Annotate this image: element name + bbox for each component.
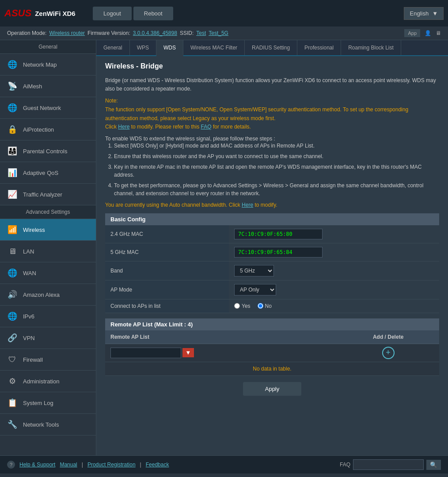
guest-network-icon: 🌐: [6, 102, 19, 114]
tab-roaming-block-list[interactable]: Roaming Block List: [341, 40, 401, 55]
connect-yes-radio[interactable]: [234, 303, 240, 309]
feedback-link[interactable]: Feedback: [146, 462, 169, 468]
sidebar-item-vpn[interactable]: 🔗 VPN: [0, 327, 96, 349]
remote-ap-add-cell: +: [337, 344, 439, 362]
remote-ap-header-row: Remote AP List Add / Delete: [105, 330, 439, 344]
mac-24-input[interactable]: [234, 229, 323, 239]
sidebar-item-label: Traffic Analyzer: [23, 191, 62, 198]
tab-professional[interactable]: Professional: [297, 40, 341, 55]
sidebar-item-aimesh[interactable]: 📡 AiMesh: [0, 76, 96, 97]
sidebar-item-system-log[interactable]: 📋 System Log: [0, 392, 96, 414]
note-link-prefix: Click: [105, 124, 118, 130]
manual-link[interactable]: Manual: [60, 462, 77, 468]
remote-ap-col2: Add / Delete: [337, 330, 439, 344]
ap-mode-select[interactable]: AP Only WDS Only Hybrid: [234, 284, 276, 295]
remote-ap-dropdown-button[interactable]: ▼: [182, 348, 194, 357]
sidebar-item-label: Amazon Alexa: [23, 292, 60, 298]
tab-wireless-mac-filter[interactable]: Wireless MAC Filter: [183, 40, 245, 55]
sidebar-item-label: IPv6: [23, 313, 34, 320]
mac-5-input[interactable]: [234, 247, 323, 257]
remote-ap-no-data-row: No data in table.: [105, 362, 439, 375]
note-label: Note:: [105, 98, 439, 104]
firmware-label: Firmware Version:: [87, 30, 130, 36]
sidebar-item-wan[interactable]: 🌐 WAN: [0, 262, 96, 284]
tab-radius-setting[interactable]: RADIUS Setting: [245, 40, 297, 55]
note-here-link[interactable]: Here: [118, 124, 129, 130]
user-icon[interactable]: 👤: [425, 30, 431, 36]
steps-intro-text: To enable WDS to extend the wireless sig…: [105, 136, 439, 142]
wireless-icon: 📶: [6, 223, 19, 236]
remote-ap-add-button[interactable]: +: [382, 347, 395, 359]
firewall-icon: 🛡: [6, 353, 19, 366]
sidebar-item-adaptive-qos[interactable]: 📊 Adaptive QoS: [0, 162, 96, 184]
aimesh-icon: 📡: [6, 80, 19, 92]
sidebar-item-ipv6[interactable]: 🌐 IPv6: [0, 306, 96, 327]
connect-no-label[interactable]: No: [258, 303, 272, 309]
remote-ap-table-body: ▼ + No data in table.: [105, 344, 439, 375]
auto-channel-here-link[interactable]: Here: [242, 202, 253, 208]
tab-wps[interactable]: WPS: [130, 40, 156, 55]
band-select[interactable]: 2.4 GHz 5 GHz: [234, 265, 274, 276]
content-area: Wireless - Bridge Bridge (or named WDS -…: [96, 56, 448, 404]
step-4: To get the best performance, please go t…: [114, 182, 439, 197]
reboot-button[interactable]: Reboot: [133, 7, 173, 20]
monitor-icon[interactable]: 🖥: [436, 30, 441, 36]
operation-mode-link[interactable]: Wireless router: [49, 30, 85, 36]
remote-ap-input[interactable]: [110, 348, 181, 358]
help-support-link[interactable]: Help & Support: [19, 462, 55, 468]
sidebar-item-firewall[interactable]: 🛡 Firewall: [0, 349, 96, 371]
connect-aps-value-cell: Yes No: [229, 299, 439, 313]
connect-no-text: No: [265, 303, 272, 309]
product-registration-link[interactable]: Product Registration: [87, 462, 136, 468]
sidebar-item-wireless[interactable]: 📶 Wireless: [0, 219, 96, 241]
firmware-link[interactable]: 3.0.0.4.386_45898: [133, 30, 177, 36]
note-faq-suffix: for more details.: [212, 124, 251, 130]
sidebar-advanced-title: Advanced Settings: [0, 205, 96, 219]
band-label: Band: [105, 261, 229, 280]
step-2: Ensure that this wireless router and the…: [114, 152, 439, 160]
apply-row: Apply: [105, 376, 439, 398]
sidebar-item-label: Administration: [23, 378, 59, 385]
connect-no-radio[interactable]: [258, 303, 263, 309]
sidebar-item-label: Network Tools: [23, 421, 59, 428]
tab-general[interactable]: General: [96, 40, 130, 55]
tab-wds[interactable]: WDS: [156, 40, 183, 56]
sidebar-item-guest-network[interactable]: 🌐 Guest Network: [0, 97, 96, 119]
sidebar-item-lan[interactable]: 🖥 LAN: [0, 241, 96, 262]
header: ASUS ZenWiFi XD6 Logout Reboot English ▼: [0, 0, 448, 26]
vpn-icon: 🔗: [6, 332, 19, 344]
app-button[interactable]: App: [404, 29, 420, 37]
tabs-bar: General WPS WDS Wireless MAC Filter RADI…: [96, 40, 448, 56]
remote-ap-header: Remote AP List (Max Limit : 4): [105, 318, 439, 330]
sidebar-item-traffic-analyzer[interactable]: 📈 Traffic Analyzer: [0, 184, 96, 205]
basic-config-header: Basic Config: [105, 213, 439, 225]
faq-search-button[interactable]: 🔍: [426, 460, 441, 470]
faq-label: FAQ: [340, 462, 350, 468]
sidebar-general-title: General: [0, 40, 96, 54]
sidebar-item-network-tools[interactable]: 🔧 Network Tools: [0, 414, 96, 435]
apply-button[interactable]: Apply: [243, 382, 302, 396]
sidebar-item-label: VPN: [23, 335, 35, 341]
sidebar-item-administration[interactable]: ⚙ Administration: [0, 371, 96, 392]
faq-link[interactable]: FAQ: [201, 124, 212, 130]
ssid-1-link[interactable]: Test: [196, 30, 206, 36]
mac-24-row: 2.4 GHz MAC: [105, 225, 439, 243]
connect-yes-label[interactable]: Yes: [234, 303, 251, 309]
connect-aps-row: Connect to APs in list Yes No: [105, 299, 439, 313]
sidebar-item-network-map[interactable]: 🌐 Network Map: [0, 54, 96, 76]
logout-button[interactable]: Logout: [93, 7, 132, 20]
operation-mode-label: Operation Mode:: [7, 30, 46, 36]
steps-intro: To enable WDS to extend the wireless sig…: [105, 136, 439, 197]
footer-separator-1: |: [82, 462, 83, 468]
faq-search-input[interactable]: [353, 459, 424, 470]
sidebar-item-label: AiMesh: [23, 83, 42, 90]
sidebar-item-aiprotection[interactable]: 🔒 AiProtection: [0, 119, 96, 140]
sidebar-item-amazon-alexa[interactable]: 🔊 Amazon Alexa: [0, 284, 96, 306]
language-selector[interactable]: English ▼: [404, 7, 444, 20]
sidebar-item-label: AiProtection: [23, 126, 54, 133]
system-log-icon: 📋: [6, 397, 19, 409]
auto-channel-text: You are currently using the Auto channel…: [105, 202, 240, 208]
note-faq-prefix: to modify. Please refer to this: [129, 124, 201, 130]
sidebar-item-parental-controls[interactable]: 👨‍👩‍👧 Parental Controls: [0, 140, 96, 162]
ssid-2-link[interactable]: Test_5G: [209, 30, 228, 36]
